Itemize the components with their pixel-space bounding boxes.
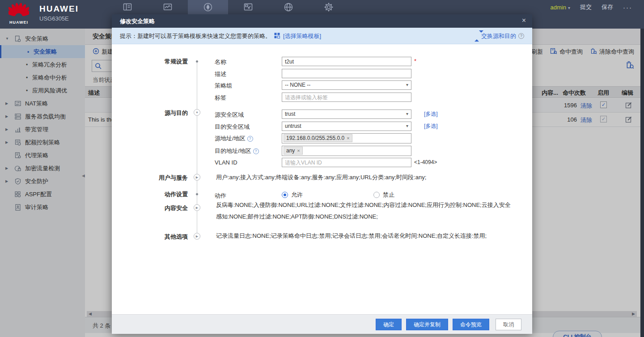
src-zone-value: trust [285,111,295,117]
top-nav [107,0,349,15]
section-action: 动作设置 [121,190,188,198]
ok-and-copy-button[interactable]: 确定并复制 [406,319,448,330]
username: admin [551,4,566,11]
swap-icon [475,33,479,39]
chevron-down-icon: ▾ [568,5,570,10]
remove-chip-icon[interactable]: × [297,148,300,153]
chevron-down-icon: ▾ [406,111,408,116]
other-options-summary: 记录流量日志:NONE;记录策略命中日志:禁用;记录会话日志:禁用;会话老化时间… [216,230,511,242]
section-other: 其他选项 [121,233,188,241]
dst-zone-multi-link[interactable]: [多选] [424,122,438,130]
dst-zone-label: 目的安全区域 [215,123,250,131]
src-addr-label-text: 源地址/地区 [215,135,246,143]
policy-group-label: 策略组 [215,82,232,90]
tag-label: 标签 [215,94,226,102]
help-icon[interactable]: ? [253,148,259,154]
globe-icon [283,2,294,14]
content-security-summary: 反病毒:NONE;入侵防御:NONE;URL过滤:NONE;文件过滤:NONE;… [216,199,511,223]
section-timeline [197,62,197,237]
src-addr-input[interactable]: 192.168.0.0/255.255.0.0 × [282,133,411,143]
top-right-actions: admin▾ 提交 保存 ··· [551,0,632,14]
gear-icon [323,2,334,14]
vlan-range-hint: <1-4094> [414,159,437,165]
description-label: 描述 [215,70,226,78]
brand-title: HUAWEI [39,4,79,14]
description-input[interactable] [282,69,411,78]
more-menu-icon[interactable]: ··· [623,4,632,11]
section-src-dst: 源与目的 [121,109,188,117]
required-asterisk: * [414,58,416,64]
action-deny-radio[interactable]: 禁止 [373,191,394,199]
name-input[interactable] [282,57,411,66]
submit-button[interactable]: 提交 [580,3,592,11]
allow-label: 允许 [291,191,303,199]
nav-policy[interactable] [188,0,228,15]
name-label: 名称 [215,58,226,66]
dst-addr-chip: any × [284,147,303,155]
dialog-title: 修改安全策略 [120,17,155,25]
command-preview-button[interactable]: 命令预览 [453,319,489,330]
dialog-header: 修改安全策略 × [112,14,532,28]
help-icon[interactable]: ? [518,33,524,39]
nav-network[interactable] [268,0,309,15]
src-zone-label: 源安全区域 [215,111,244,119]
dst-zone-select[interactable]: untrust ▾ [282,122,411,131]
expand-section-icon[interactable]: ▶ [194,204,200,211]
dialog-footer: 确定 确定并复制 命令预览 取消 [112,314,532,334]
vlan-input[interactable] [282,158,411,167]
object-icon [243,2,254,14]
swap-src-dst-link[interactable]: 交换源和目的 [481,32,516,40]
device-model: USG6305E [39,15,69,22]
src-zone-select[interactable]: trust ▾ [282,110,411,119]
modify-security-policy-dialog: 修改安全策略 × 提示：新建时可以基于策略模板来快速定义您需要的策略。 [选择策… [112,14,532,334]
chevron-down-icon: ▾ [406,123,408,128]
logo-wordmark: HUAWEI [5,20,32,25]
save-button[interactable]: 保存 [602,3,613,11]
src-addr-chip: 192.168.0.0/255.255.0.0 × [284,134,352,142]
help-icon[interactable]: ? [247,136,253,142]
section-dot [196,60,198,63]
ok-button[interactable]: 确定 [376,319,402,330]
expand-section-icon[interactable]: ▶ [194,233,200,240]
huawei-flower-icon [8,2,29,20]
select-policy-template-link[interactable]: [选择策略模板] [283,32,321,40]
src-addr-label: 源地址/地区 ? [215,135,253,143]
nav-dashboard[interactable] [107,0,148,15]
src-zone-multi-link[interactable]: [多选] [424,110,438,118]
radio-unchecked-icon [373,192,380,198]
dialog-hint-bar: 提示：新建时可以基于策略模板来快速定义您需要的策略。 [选择策略模板] 交换源和… [112,28,532,44]
nav-monitor[interactable] [148,0,188,15]
chevron-down-icon: ▾ [406,82,408,87]
dst-addr-label-text: 目的地址/地区 [215,147,251,155]
dst-zone-value: untrust [285,123,301,129]
dst-addr-input[interactable]: any × [282,146,411,156]
section-general: 常规设置 [121,58,188,66]
huawei-logo: HUAWEI [5,2,32,27]
nav-system[interactable] [309,0,349,15]
section-content-security: 内容安全 [121,204,188,212]
section-user-service: 用户与服务 [121,174,188,182]
section-dot [196,193,198,195]
hint-text: 提示：新建时可以基于策略模板来快速定义您需要的策略。 [120,32,271,40]
policy-group-select[interactable]: -- NONE -- ▾ [282,80,411,90]
chip-text: 192.168.0.0/255.255.0.0 [286,135,344,141]
dst-addr-label: 目的地址/地区 ? [215,147,259,155]
deny-label: 禁止 [383,191,394,199]
vlan-label: VLAN ID [215,159,237,166]
tag-input[interactable] [282,93,411,102]
user-menu[interactable]: admin▾ [551,4,570,11]
cancel-button[interactable]: 取消 [496,319,521,330]
monitor-chart-icon [162,2,173,14]
close-icon[interactable]: × [522,17,526,25]
action-allow-radio[interactable]: 允许 [282,191,303,199]
radio-checked-icon [282,192,288,198]
compass-icon [203,2,213,14]
user-service-summary: 用户:any;接入方式:any;终端设备:any;服务:any;应用:any;U… [216,172,511,183]
chip-text: any [286,147,295,154]
collapse-section-icon[interactable]: ▼ [194,109,200,116]
dashboard-icon [122,2,133,14]
remove-chip-icon[interactable]: × [347,135,349,141]
nav-object[interactable] [228,0,268,15]
expand-section-icon[interactable]: ▶ [194,174,200,181]
template-grid-icon [274,33,280,40]
